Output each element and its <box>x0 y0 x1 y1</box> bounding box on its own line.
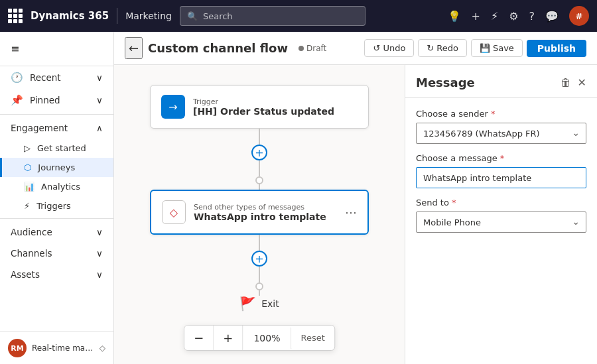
toolbar-actions: ↺ Undo ↻ Redo 💾 Save Publish <box>364 39 586 57</box>
sender-select[interactable]: 123456789 (WhatsApp FR) Other sender <box>416 123 586 144</box>
sender-select-wrapper: 123456789 (WhatsApp FR) Other sender <box>416 123 586 144</box>
sidebar: ≡ 🕐 Recent ∨ 📌 Pinned ∨ Engagement ∧ <box>0 32 114 364</box>
hamburger-menu[interactable]: ≡ <box>0 37 113 60</box>
zoom-level-display: 100% <box>243 328 291 349</box>
hamburger-icon: ≡ <box>11 42 19 55</box>
message-required-indicator: * <box>500 153 505 163</box>
message-menu-button[interactable]: ⋯ <box>345 206 357 219</box>
analytics-label: Analytics <box>41 182 80 192</box>
search-icon: 🔍 <box>187 11 198 21</box>
undo-label: Undo <box>383 43 405 53</box>
save-button[interactable]: 💾 Save <box>471 39 523 57</box>
message-node[interactable]: ◇ Send other types of messages WhatsApp … <box>150 190 369 235</box>
trigger-label: Trigger <box>193 97 334 106</box>
sidebar-pinned-label: Pinned <box>30 95 60 105</box>
page-toolbar: ← Custom channel flow Draft ↺ Undo ↻ Red… <box>114 32 597 65</box>
connector-line-4 <box>259 235 260 251</box>
sidebar-item-pinned[interactable]: 📌 Pinned ∨ <box>0 89 113 111</box>
chat-icon[interactable]: 💬 <box>545 10 559 23</box>
sidebar-item-triggers[interactable]: ⚡ Triggers <box>0 196 113 215</box>
analytics-icon: 📊 <box>24 182 34 192</box>
connector-circle-1 <box>255 176 263 184</box>
exit-label: Exit <box>261 298 279 309</box>
exit-flag-icon: 🚩 <box>239 296 256 312</box>
sidebar-recent-label: Recent <box>30 72 61 83</box>
user-initials-avatar: RM <box>8 339 27 357</box>
sidebar-divider-1 <box>0 114 113 115</box>
undo-icon: ↺ <box>373 43 380 53</box>
app-switcher-button[interactable] <box>8 9 23 23</box>
panel-header: Message 🗑 ✕ <box>405 65 597 98</box>
sendto-field-label: Send to * <box>416 198 586 208</box>
engagement-label: Engagement <box>11 123 68 133</box>
trigger-arrow-icon: → <box>168 101 177 113</box>
help-icon[interactable]: ? <box>529 10 535 23</box>
sender-required-indicator: * <box>491 109 496 119</box>
status-dot <box>298 46 304 51</box>
redo-label: Redo <box>436 43 458 53</box>
redo-button[interactable]: ↻ Redo <box>418 39 467 57</box>
search-bar[interactable]: 🔍 Search <box>180 6 365 26</box>
nav-divider <box>117 8 117 24</box>
search-placeholder: Search <box>203 11 233 21</box>
status-label: Draft <box>306 44 326 53</box>
zoom-minus-button[interactable]: − <box>184 326 214 350</box>
main-area: ← Custom channel flow Draft ↺ Undo ↻ Red… <box>114 32 597 364</box>
message-label: Send other types of messages <box>194 203 337 212</box>
undo-button[interactable]: ↺ Undo <box>364 39 414 57</box>
add-icon[interactable]: + <box>472 10 480 23</box>
chevron-down-assets: ∨ <box>96 269 103 280</box>
message-input[interactable] <box>416 167 586 188</box>
zoom-plus-button[interactable]: + <box>214 326 243 350</box>
brand-title: Dynamics 365 <box>31 10 109 22</box>
exit-node: 🚩 Exit <box>239 296 279 312</box>
sidebar-item-journeys[interactable]: ⬡ Journeys <box>0 158 113 177</box>
sidebar-item-recent[interactable]: 🕐 Recent ∨ <box>0 66 113 89</box>
message-name: WhatsApp intro template <box>194 212 337 222</box>
sidebar-section-assets[interactable]: Assets ∨ <box>0 264 113 285</box>
back-button[interactable]: ← <box>125 37 143 59</box>
settings-icon[interactable]: ⚙ <box>509 10 518 23</box>
connector-line-2 <box>259 160 260 176</box>
sender-field-label: Choose a sender * <box>416 109 586 119</box>
lightbulb-icon[interactable]: 💡 <box>448 10 461 23</box>
chevron-down-audience: ∨ <box>96 227 103 237</box>
filter-icon[interactable]: ⚡ <box>491 10 498 23</box>
add-step-button-2[interactable]: + <box>251 251 267 267</box>
sidebar-bottom-user[interactable]: RM Real-time marketi... ◇ <box>0 332 113 364</box>
sendto-required-indicator: * <box>452 198 456 208</box>
sidebar-section-channels[interactable]: Channels ∨ <box>0 243 113 264</box>
message-node-content: Send other types of messages WhatsApp in… <box>194 203 337 222</box>
sendto-select-wrapper: Mobile Phone Other field <box>416 212 586 233</box>
add-step-button-1[interactable]: + <box>251 145 267 160</box>
sendto-select[interactable]: Mobile Phone Other field <box>416 212 586 233</box>
sidebar-section-engagement[interactable]: Engagement ∧ <box>0 117 113 139</box>
message-field: Choose a message * <box>416 153 586 188</box>
sidebar-item-get-started[interactable]: ▷ Get started <box>0 139 113 158</box>
trigger-node[interactable]: → Trigger [HH] Order Status updated <box>150 85 369 129</box>
chevron-down-icon-pinned: ∨ <box>96 95 103 105</box>
chevron-down-icon: ∨ <box>96 72 103 83</box>
message-field-label: Choose a message * <box>416 153 586 163</box>
sidebar-top: ≡ <box>0 32 113 66</box>
panel-body: Choose a sender * 123456789 (WhatsApp FR… <box>405 98 597 243</box>
top-navigation: Dynamics 365 Marketing 🔍 Search 💡 + ⚡ ⚙ … <box>0 0 597 32</box>
save-icon: 💾 <box>480 43 490 53</box>
connector-line-1 <box>259 129 260 145</box>
sidebar-item-analytics[interactable]: 📊 Analytics <box>0 177 113 196</box>
status-badge: Draft <box>293 42 332 54</box>
content-split: → Trigger [HH] Order Status updated + <box>114 65 597 364</box>
delete-icon[interactable]: 🗑 <box>561 76 571 89</box>
close-icon[interactable]: ✕ <box>578 76 586 89</box>
reset-zoom-button[interactable]: Reset <box>291 328 334 348</box>
audience-label: Audience <box>11 227 52 237</box>
chevron-icon-user: ◇ <box>100 343 105 353</box>
publish-button[interactable]: Publish <box>527 40 586 57</box>
connector-line-3 <box>259 184 260 190</box>
trigger-name: [HH] Order Status updated <box>193 106 334 117</box>
module-title: Marketing <box>125 11 172 21</box>
message-icon-box: ◇ <box>162 200 186 224</box>
play-icon: ▷ <box>24 143 31 153</box>
sidebar-section-audience[interactable]: Audience ∨ <box>0 221 113 243</box>
user-avatar[interactable]: # <box>569 6 589 26</box>
